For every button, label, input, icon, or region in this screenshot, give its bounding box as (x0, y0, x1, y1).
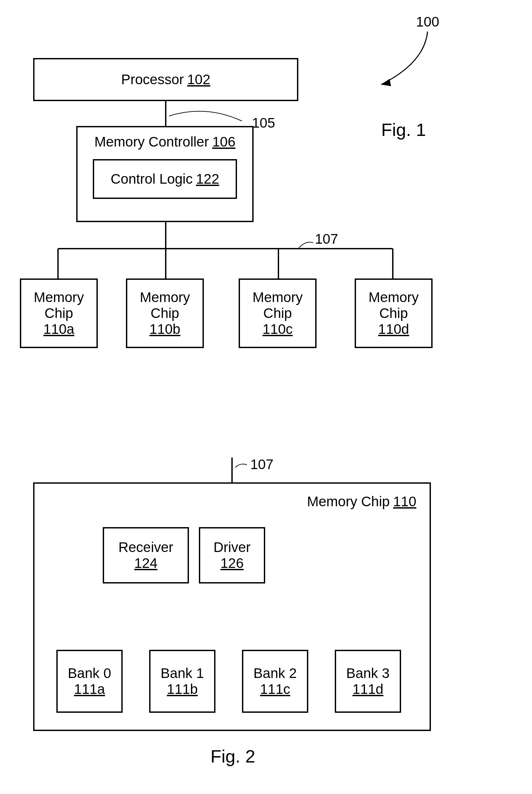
driver-name: Driver (213, 540, 251, 555)
bank1-name: Bank 1 (161, 665, 204, 681)
ctrllogic-num: 122 (196, 171, 219, 187)
processor-num: 102 (187, 72, 210, 88)
chip-name-2b: Chip (263, 305, 292, 321)
receiver-box: Receiver 124 (103, 527, 189, 584)
bank0-num: 111a (74, 681, 105, 697)
bank0-name: Bank 0 (68, 665, 111, 681)
processor-name: Processor (121, 72, 184, 88)
bank2-name: Bank 2 (253, 665, 297, 681)
receiver-name: Receiver (118, 540, 173, 555)
memctrl-num: 106 (212, 134, 235, 150)
bank3-num: 111d (352, 681, 383, 697)
ctrllogic-name: Control Logic (111, 171, 193, 187)
bank3-name: Bank 3 (346, 665, 390, 681)
receiver-num: 124 (134, 555, 157, 571)
diagram-page: 100 Processor 102 105 Memory Controller … (0, 0, 532, 794)
leader-107-fig2 (0, 457, 532, 477)
bank-3: Bank 3 111d (335, 650, 401, 713)
chip-name-3b: Chip (379, 305, 408, 321)
chip-num-1: 110b (150, 321, 180, 337)
bank1-num: 111b (167, 681, 197, 697)
chip-name-1b: Chip (151, 305, 179, 321)
memchip110-num: 110 (393, 494, 416, 510)
control-logic-box: Control Logic 122 (93, 159, 237, 199)
memory-chip-110a: Memory Chip 110a (20, 279, 98, 348)
chip-num-2: 110c (263, 321, 293, 337)
fig2-caption: Fig. 2 (210, 746, 255, 767)
memory-chip-110c: Memory Chip 110c (239, 279, 317, 348)
chip-name-2a: Memory (252, 289, 303, 305)
bank-2: Bank 2 111c (242, 650, 308, 713)
bank2-num: 111c (260, 681, 290, 697)
driver-num: 126 (221, 555, 244, 571)
memory-chip-110b: Memory Chip 110b (126, 279, 204, 348)
memory-chip-110d: Memory Chip 110d (355, 279, 433, 348)
chip-num-3: 110d (378, 321, 409, 337)
processor-box: Processor 102 (33, 58, 298, 101)
bank-1: Bank 1 111b (149, 650, 215, 713)
svg-marker-0 (381, 79, 391, 86)
chip-name-0b: Chip (44, 305, 73, 321)
chip-name-3a: Memory (368, 289, 419, 305)
leader-107-fig1 (0, 235, 532, 255)
memctrl-name: Memory Controller (94, 134, 209, 150)
chip-num-0: 110a (43, 321, 74, 337)
chip-name-0a: Memory (34, 289, 84, 305)
bank-0: Bank 0 111a (56, 650, 122, 713)
chip-name-1a: Memory (140, 289, 190, 305)
driver-box: Driver 126 (199, 527, 265, 584)
memchip110-name: Memory Chip (307, 494, 390, 510)
